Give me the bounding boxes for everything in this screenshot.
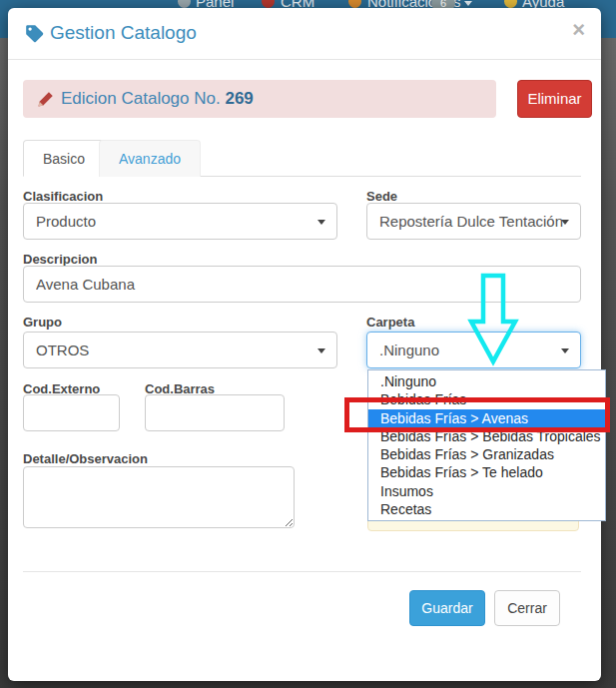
alert-text: Edicion Catalogo No. 269	[61, 89, 254, 109]
panel-icon	[178, 0, 191, 8]
detalle-textarea[interactable]	[23, 466, 295, 528]
notifications-icon	[348, 0, 361, 8]
carpeta-label: Carpeta	[366, 315, 414, 330]
sede-select[interactable]: Repostería Dulce Tentación	[366, 203, 581, 240]
grupo-label: Grupo	[23, 315, 62, 330]
close-button[interactable]: Cerrar	[494, 590, 560, 626]
chevron-down-icon	[317, 348, 325, 353]
alert-prefix: Edicion Catalogo No.	[61, 89, 221, 108]
tab-basico[interactable]: Basico	[23, 140, 105, 177]
descripcion-input[interactable]	[23, 266, 581, 303]
clasificacion-label: Clasificacion	[23, 189, 103, 204]
chevron-down-icon	[317, 220, 325, 225]
dropdown-option[interactable]: Bebidas Frías > Te helado	[368, 463, 605, 481]
tag-icon	[25, 24, 44, 43]
chevron-down-icon	[464, 1, 472, 6]
dropdown-option[interactable]: Recetas	[368, 500, 605, 518]
dropdown-option[interactable]: Bebidas Frías	[368, 390, 605, 408]
clasificacion-value: Producto	[36, 213, 96, 230]
modal-title: Gestion Catalogo	[50, 22, 197, 44]
catalog-number: 269	[225, 89, 253, 108]
edit-alert: Edicion Catalogo No. 269	[23, 80, 496, 118]
tab-bar: Basico Avanzado	[23, 140, 581, 177]
gestion-catalogo-modal: Gestion Catalogo × Edicion Catalogo No. …	[8, 8, 601, 681]
cod-barras-input[interactable]	[145, 394, 285, 431]
grupo-value: OTROS	[36, 342, 89, 358]
dropdown-option[interactable]: Bebidas Frías > Granizadas	[368, 445, 605, 463]
carpeta-select[interactable]: .Ninguno	[366, 332, 581, 368]
descripcion-label: Descripcion	[23, 252, 97, 267]
clasificacion-select[interactable]: Producto	[23, 203, 337, 240]
chevron-down-icon	[561, 348, 569, 353]
dropdown-option[interactable]: .Ninguno	[368, 372, 605, 390]
detalle-label: Detalle/Observacion	[23, 451, 148, 466]
grupo-select[interactable]: OTROS	[23, 332, 337, 368]
tab-avanzado[interactable]: Avanzado	[99, 140, 201, 177]
carpeta-value: .Ninguno	[379, 342, 439, 358]
delete-button[interactable]: Eliminar	[517, 80, 592, 118]
pencil-icon	[37, 91, 54, 108]
sede-value: Repostería Dulce Tentación	[379, 213, 563, 230]
dropdown-option[interactable]: Insumos	[368, 482, 605, 500]
sede-label: Sede	[366, 189, 397, 204]
screen: Panel CRM Notificaciones 6 Ayuda Gestion…	[0, 0, 616, 688]
cod-externo-input[interactable]	[23, 394, 120, 431]
help-icon	[504, 0, 517, 8]
dropdown-option-selected[interactable]: Bebidas Frías > Avenas	[368, 409, 605, 427]
dropdown-option[interactable]: Bebidas Frías > Bebidas Tropicales	[368, 427, 605, 445]
modal-header: Gestion Catalogo ×	[8, 8, 601, 60]
close-icon[interactable]: ×	[572, 20, 585, 40]
carpeta-dropdown-list: .Ninguno Bebidas Frías Bebidas Frías > A…	[367, 369, 606, 521]
save-button[interactable]: Guardar	[409, 590, 485, 626]
footer-divider	[23, 571, 581, 572]
crm-icon	[262, 0, 275, 8]
chevron-down-icon	[561, 220, 569, 225]
